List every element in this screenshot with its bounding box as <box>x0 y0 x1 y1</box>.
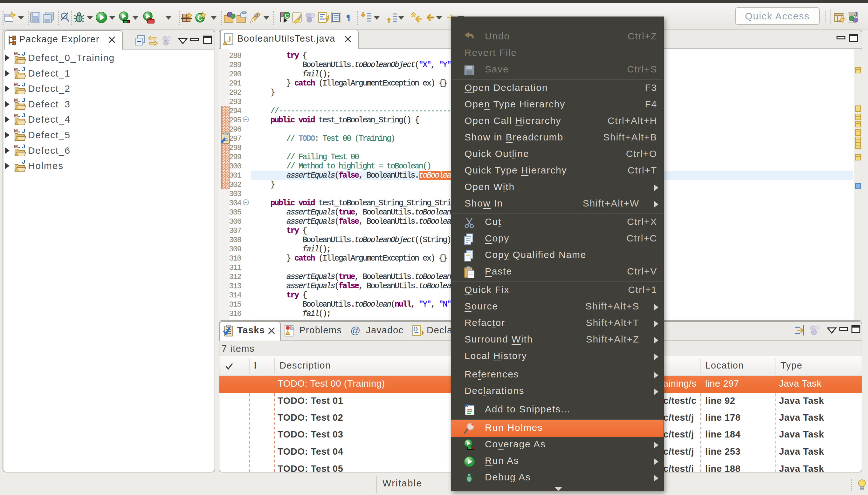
svg-text:M: M <box>14 98 18 103</box>
svg-text:J: J <box>227 35 232 44</box>
svg-text:J: J <box>22 67 26 72</box>
svg-text:J: J <box>22 160 26 165</box>
svg-text:M: M <box>14 144 18 149</box>
svg-text:M: M <box>14 114 18 118</box>
svg-text:J: J <box>22 52 26 57</box>
svg-text:J: J <box>854 12 857 18</box>
svg-text:!: ! <box>224 41 226 45</box>
svg-text:J: J <box>22 83 26 88</box>
svg-text:M: M <box>14 67 18 72</box>
svg-text:J: J <box>22 114 26 119</box>
svg-text:C: C <box>285 13 289 19</box>
svg-text:M: M <box>14 52 18 56</box>
svg-text:J: J <box>22 129 26 134</box>
svg-text:J: J <box>22 144 26 150</box>
svg-text:J: J <box>22 98 26 103</box>
svg-text:M: M <box>14 129 18 134</box>
svg-text:M: M <box>14 83 18 87</box>
svg-text:¶: ¶ <box>346 13 351 22</box>
